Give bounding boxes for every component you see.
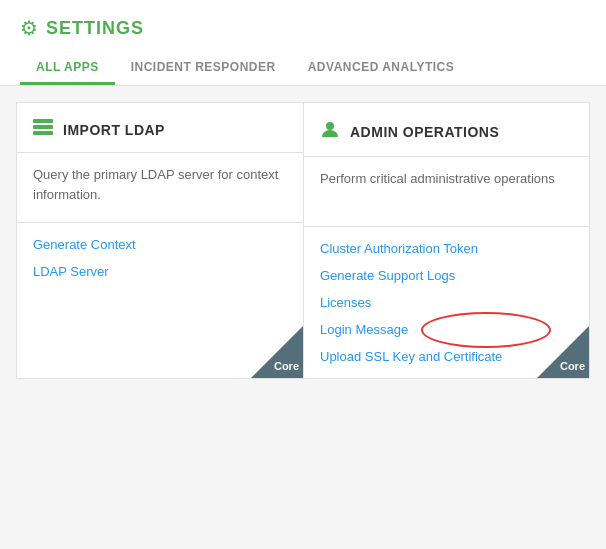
page-header: ⚙ SETTINGS ALL APPS INCIDENT RESPONDER A… bbox=[0, 0, 606, 86]
tab-advanced-analytics[interactable]: ADVANCED ANALYTICS bbox=[292, 52, 471, 85]
header-title-row: ⚙ SETTINGS bbox=[20, 16, 586, 40]
svg-rect-1 bbox=[33, 125, 53, 129]
svg-point-3 bbox=[326, 122, 334, 130]
import-ldap-description: Query the primary LDAP server for contex… bbox=[17, 153, 303, 223]
admin-operations-icon bbox=[320, 119, 340, 144]
import-ldap-icon bbox=[33, 119, 53, 140]
admin-operations-links: Cluster Authorization Token Generate Sup… bbox=[304, 227, 589, 378]
admin-operations-title: ADMIN OPERATIONS bbox=[350, 124, 499, 140]
import-ldap-card: IMPORT LDAP Query the primary LDAP serve… bbox=[16, 102, 303, 379]
generate-support-logs-link[interactable]: Generate Support Logs bbox=[304, 262, 589, 289]
licenses-link[interactable]: Licenses bbox=[304, 289, 589, 316]
cards-grid: IMPORT LDAP Query the primary LDAP serve… bbox=[0, 86, 606, 395]
generate-context-link[interactable]: Generate Context bbox=[17, 231, 303, 258]
page-title: SETTINGS bbox=[46, 18, 144, 39]
login-message-link[interactable]: Login Message bbox=[304, 316, 589, 343]
admin-operations-description: Perform critical administrative operatio… bbox=[304, 157, 589, 227]
svg-rect-0 bbox=[33, 119, 53, 123]
import-ldap-title: IMPORT LDAP bbox=[63, 122, 165, 138]
tab-incident-responder[interactable]: INCIDENT RESPONDER bbox=[115, 52, 292, 85]
settings-page: ⚙ SETTINGS ALL APPS INCIDENT RESPONDER A… bbox=[0, 0, 606, 395]
import-ldap-core-badge: Core bbox=[251, 326, 303, 378]
admin-operations-card: ADMIN OPERATIONS Perform critical admini… bbox=[303, 102, 590, 379]
gear-icon: ⚙ bbox=[20, 16, 38, 40]
upload-ssl-link[interactable]: Upload SSL Key and Certificate bbox=[304, 343, 589, 370]
import-ldap-header: IMPORT LDAP bbox=[17, 103, 303, 153]
tab-all-apps[interactable]: ALL APPS bbox=[20, 52, 115, 85]
admin-operations-header: ADMIN OPERATIONS bbox=[304, 103, 589, 157]
ldap-server-link[interactable]: LDAP Server bbox=[17, 258, 303, 285]
svg-rect-2 bbox=[33, 131, 53, 135]
tab-bar: ALL APPS INCIDENT RESPONDER ADVANCED ANA… bbox=[20, 52, 586, 85]
import-ldap-core-label: Core bbox=[274, 360, 299, 372]
admin-operations-core-label: Core bbox=[560, 360, 585, 372]
cluster-auth-token-link[interactable]: Cluster Authorization Token bbox=[304, 235, 589, 262]
import-ldap-links: Generate Context LDAP Server bbox=[17, 223, 303, 293]
